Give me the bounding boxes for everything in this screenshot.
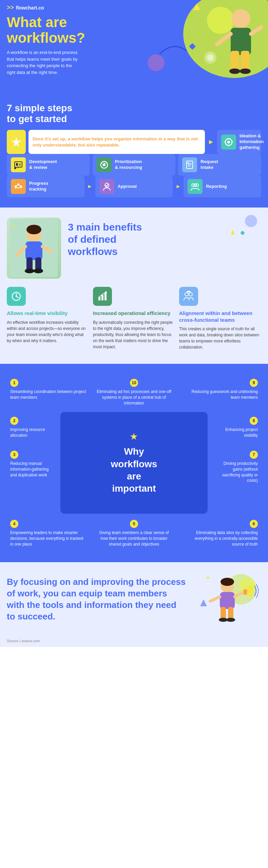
footer-svg — [193, 572, 261, 627]
header-title: What are workflows? — [7, 15, 261, 46]
step-row-1: Once it's set up, a workflow helps you o… — [7, 130, 261, 154]
ideation-icon — [221, 135, 236, 150]
why-text-5: Giving team members a clear sense of how… — [99, 530, 169, 547]
benefit-icon-3 — [179, 287, 198, 306]
chart-icon — [97, 291, 108, 302]
step-highlight-text: Once it's set up, a workflow helps you o… — [33, 136, 201, 148]
step-card-reporting: Reporting — [184, 176, 261, 197]
approval-icon — [99, 179, 114, 194]
svg-rect-23 — [16, 163, 18, 166]
why-center-content: ★ Whyworkflowsareimportant — [111, 431, 157, 495]
header-section: >> flowchart.co What are workflows? — [0, 0, 268, 96]
star-icon — [11, 136, 22, 148]
why-text-2: Improving resource allocation — [10, 427, 45, 438]
source-label: Source | — [7, 639, 21, 643]
why-item-7: 7 Driving productivity gains (without sa… — [210, 446, 261, 488]
why-center-card: ★ Whyworkflowsareimportant — [60, 412, 208, 514]
arrow-icon-1: ► — [208, 138, 214, 146]
step-highlight-card: Once it's set up, a workflow helps you o… — [28, 130, 205, 154]
footer-text: By focusing on and improving the process… — [7, 576, 187, 622]
step-label-reporting: Reporting — [206, 184, 227, 190]
steps-title: 7 simple steps to get started — [7, 103, 261, 124]
arrow-icon-3: ► — [175, 183, 181, 190]
step-card-development: Development& review — [7, 154, 90, 176]
step-card-approval: Approval — [95, 176, 173, 197]
benefit-card-3: Alignment within and between cross-funct… — [179, 287, 261, 354]
benefit-title-2: Increased operational efficiency — [93, 310, 175, 317]
logo-text: flowchart.co — [16, 5, 44, 11]
svg-point-39 — [105, 183, 109, 187]
why-top-row: 1 Streamlining coordination between proj… — [7, 374, 261, 411]
why-right-col: 8 Enhancing project visibility 7 Driving… — [210, 412, 261, 514]
req-svg — [185, 160, 194, 170]
svg-marker-65 — [104, 291, 107, 293]
svg-line-81 — [210, 597, 220, 601]
badge-3: 3 — [10, 451, 18, 459]
step-star-icon — [7, 130, 26, 154]
svg-point-61 — [16, 296, 17, 297]
benefit-desc-2: By automatically connecting the right pe… — [93, 319, 175, 350]
header-title-line2: workflows? — [7, 30, 85, 46]
svg-rect-35 — [187, 162, 189, 164]
development-icon — [11, 157, 26, 172]
badge-8: 8 — [250, 417, 258, 425]
dev-svg — [14, 160, 23, 170]
header-description: A workflow is an end-to-end process that… — [7, 49, 81, 76]
footer-illustration — [193, 572, 261, 627]
svg-rect-73 — [220, 592, 235, 609]
benefits-illustration — [7, 218, 61, 279]
step-label-approval: Approval — [118, 184, 137, 190]
step-label-prioritization: Prioritization& resourcing — [115, 159, 142, 171]
badge-2: 2 — [10, 417, 18, 425]
rep-svg — [190, 182, 200, 191]
badge-1: 1 — [10, 379, 18, 387]
header-title-line1: What are — [7, 14, 67, 30]
svg-point-53 — [25, 269, 34, 273]
benefits-title-area: 3 main benefits of defined workflows — [68, 218, 261, 258]
benefit-title-3: Alignment within and between cross-funct… — [179, 310, 261, 323]
svg-point-72 — [221, 578, 234, 586]
why-text-8: Enhancing project visibility — [225, 427, 258, 438]
logo-arrows-icon: >> — [7, 4, 14, 11]
benefit-desc-1: An effective workflow increases visibili… — [7, 319, 89, 344]
why-text-6: Eliminating data silos by collecting eve… — [195, 530, 258, 547]
svg-rect-50 — [25, 241, 42, 260]
footer-section: By focusing on and improving the process… — [0, 562, 268, 637]
why-text-9: Reducing guesswork and unblocking team m… — [192, 389, 258, 400]
why-item-4: 4 Empowering leaders to make smarter dec… — [7, 515, 90, 552]
step-row-3: Progresstracking ► Approval ► — [7, 176, 261, 197]
benefit-icon-1 — [7, 287, 26, 306]
why-section: 1 Streamlining coordination between proj… — [0, 364, 268, 562]
step-card-request: RequestIntake — [178, 154, 261, 176]
prio-svg — [99, 160, 109, 170]
prog-svg — [14, 182, 23, 191]
steps-section: 7 simple steps to get started Once it's … — [0, 96, 268, 208]
why-item-5: 5 Giving team members a clear sense of h… — [93, 515, 176, 552]
badge-6: 6 — [250, 520, 258, 528]
why-item-6: 6 Eliminating data silos by collecting e… — [178, 515, 261, 552]
benefit-desc-3: This creates a single source of truth fo… — [179, 326, 261, 350]
why-item-2: 2 Improving resource allocation — [7, 412, 58, 443]
svg-point-66 — [185, 293, 188, 296]
why-text-10: Eliminating ad hoc processes and one-off… — [97, 389, 171, 406]
step-card-prioritization: Prioritization& resourcing — [93, 154, 176, 176]
step-card-ideation: Ideation &Informationgathering — [217, 130, 261, 154]
why-item-3: 3 Reducing manual information-gathering … — [7, 446, 58, 482]
benefit-card-1: Allows real-time visibility An effective… — [7, 287, 89, 354]
clock-icon — [11, 291, 22, 302]
benefit-title-1: Allows real-time visibility — [7, 310, 89, 317]
svg-rect-63 — [101, 295, 103, 300]
benefit-card-2: Increased operational efficiency By auto… — [93, 287, 175, 354]
svg-marker-15 — [12, 137, 21, 147]
badge-4: 4 — [10, 520, 18, 528]
badge-7: 7 — [250, 451, 258, 459]
arrow-icon-2: ► — [87, 183, 93, 190]
ideation-svg — [224, 137, 233, 147]
why-text-3: Reducing manual information-gathering an… — [10, 461, 49, 477]
step-label-ideation: Ideation &Informationgathering — [240, 133, 264, 151]
why-left-col: 2 Improving resource allocation 3 Reduci… — [7, 412, 58, 514]
why-item-9: 9 Reducing guesswork and unblocking team… — [178, 374, 261, 411]
prioritization-icon — [97, 157, 112, 172]
why-item-8: 8 Enhancing project visibility — [210, 412, 261, 443]
benefits-section: 3 main benefits of defined workflows All… — [0, 208, 268, 364]
